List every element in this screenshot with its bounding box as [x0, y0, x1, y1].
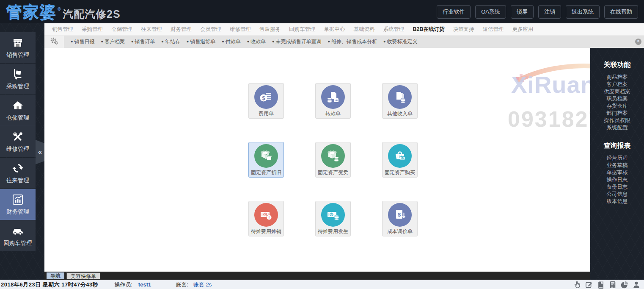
function-tile[interactable]: $费用单 [248, 83, 284, 119]
right-panel-link[interactable]: 部门档案 [590, 110, 644, 117]
function-tile-label: 费用单 [259, 110, 274, 117]
header-button-在线帮助[interactable]: 在线帮助 [604, 5, 638, 19]
function-tile-label: 其他收入单 [387, 110, 413, 117]
hand-pointer-icon[interactable] [573, 281, 581, 289]
right-panel-link[interactable]: 客户档案 [590, 81, 644, 88]
right-panel-link[interactable]: 业务草稿 [590, 162, 644, 169]
menu-item[interactable]: 会员管理 [196, 26, 226, 33]
shortcut-bar: ●销售日报●客户档案●销售订单●年结存●销售退货单●付款单●收款单●未完成销售订… [44, 36, 644, 48]
shortcut-item[interactable]: ●维修、销售成本分析 [328, 38, 377, 45]
shortcut-close-button[interactable]: × [635, 39, 641, 45]
header-button-锁屏[interactable]: 锁屏 [511, 5, 534, 19]
shortcut-item[interactable]: ●收费标准定义 [383, 38, 417, 45]
right-panel-link[interactable]: 存货仓库 [590, 103, 644, 110]
function-tile[interactable]: $!待摊费用摊销 [248, 201, 284, 236]
shortcut-item[interactable]: ●未完成销售订单查询 [272, 38, 321, 45]
person-icon[interactable] [632, 281, 641, 289]
sidebar-item[interactable]: 维修管理 [0, 126, 36, 157]
shortcut-item[interactable]: ●付款单 [222, 38, 240, 45]
menu-item[interactable]: 系统管理 [379, 26, 409, 33]
menu-item[interactable]: 基础资料 [350, 26, 379, 33]
operator-label: 操作员: [114, 281, 132, 289]
svg-text:$: $ [264, 213, 266, 216]
edit-icon[interactable] [585, 281, 593, 289]
right-panel-link[interactable]: 操作员权限 [590, 117, 644, 124]
header-button-OA系统[interactable]: OA系统 [475, 5, 506, 19]
watermark: XiRuan 09318271110 [508, 61, 590, 179]
right-panel-section-title: 查询报表 [590, 142, 644, 150]
function-tile[interactable]: $成本调价单 [382, 201, 418, 236]
menu-item[interactable]: 财务管理 [166, 26, 196, 33]
menu-item[interactable]: 单据中心 [320, 26, 350, 33]
shortcut-item[interactable]: ●销售日报 [71, 38, 94, 45]
header-button-注销[interactable]: 注销 [538, 5, 561, 19]
sidebar-module-list: 销售管理采购管理仓储管理维修管理往来管理财务管理回购车管理 [0, 32, 36, 251]
sidebar-item[interactable]: 回购车管理 [0, 220, 36, 251]
right-panel-link[interactable]: 操作日志 [590, 176, 644, 183]
function-tile[interactable]: 转款单 [315, 83, 351, 119]
sidebar-item-label: 维修管理 [6, 145, 29, 153]
sidebar-item[interactable]: 采购管理 [0, 64, 36, 94]
bottom-tab[interactable]: 导航 [47, 272, 64, 279]
function-tile-grid: $费用单转款单其他收入单固定资产折旧固定资产变卖$固定资产购买$!待摊费用摊销$… [248, 83, 418, 236]
menu-item[interactable]: 决策支持 [449, 26, 479, 33]
right-panel-link[interactable]: 备份日志 [590, 183, 644, 191]
function-tile[interactable]: 固定资产变卖 [315, 142, 351, 178]
right-panel-link[interactable]: 版本信息 [590, 198, 644, 205]
menu-item[interactable]: 短信管理 [479, 26, 508, 33]
menu-item[interactable]: 仓储管理 [107, 26, 137, 33]
watermark-number-text: 09318271110 [508, 106, 590, 132]
pie-chart-icon[interactable] [620, 281, 629, 289]
header-button-退出系统[interactable]: 退出系统 [566, 5, 600, 19]
header-button-行业软件[interactable]: 行业软件 [437, 5, 471, 19]
menu-item[interactable]: 维修管理 [226, 26, 255, 33]
bullet-icon: ● [328, 39, 330, 44]
menu-item[interactable]: 售后服务 [255, 26, 285, 33]
function-tile[interactable]: 固定资产折旧 [248, 142, 284, 178]
bullet-icon: ● [161, 39, 163, 44]
function-tile[interactable]: $固定资产购买 [382, 142, 418, 178]
book-icon[interactable] [597, 281, 605, 289]
calculator-icon[interactable] [608, 281, 617, 289]
header-actions: 行业软件OA系统锁屏注销退出系统在线帮助 [437, 5, 638, 19]
shortcut-item-label: 付款单 [226, 39, 241, 44]
function-tile[interactable]: $待摊费用发生 [315, 201, 351, 236]
sidebar-item[interactable]: 仓储管理 [0, 95, 36, 126]
open-box-icon [254, 144, 278, 168]
store-icon [11, 36, 24, 49]
menu-item[interactable]: 往来管理 [137, 26, 166, 33]
right-panel-link[interactable]: 系统配置 [590, 124, 644, 131]
menu-item[interactable]: 销售管理 [48, 26, 77, 33]
sidebar-item-label: 回购车管理 [3, 239, 32, 247]
menu-item[interactable]: 回购车管理 [285, 26, 320, 33]
shortcut-item[interactable]: ●客户档案 [101, 38, 124, 45]
logo-brand-text: 管家婆 [6, 4, 57, 20]
right-panel-link[interactable]: 公司信息 [590, 191, 644, 198]
right-panel-link[interactable]: 经营历程 [590, 155, 644, 162]
shortcut-item[interactable]: ●销售退货单 [187, 38, 215, 45]
svg-text:$: $ [402, 157, 403, 159]
function-tile[interactable]: 其他收入单 [382, 83, 418, 119]
shortcut-settings-button[interactable] [44, 36, 64, 48]
sidebar-item[interactable]: 财务管理 [0, 189, 36, 220]
sidebar-collapse-handle[interactable]: « [36, 140, 44, 164]
collapse-left-icon: « [38, 148, 42, 156]
right-panel-link[interactable]: 商品档案 [590, 74, 644, 81]
right-panel-link[interactable]: 单据审核 [590, 169, 644, 176]
right-panel-link[interactable]: 职员档案 [590, 95, 644, 103]
shortcut-item[interactable]: ●收款单 [247, 38, 266, 45]
right-panel-section-title: 关联功能 [590, 61, 644, 69]
sidebar-item[interactable]: 销售管理 [0, 32, 36, 63]
menu-item[interactable]: 采购管理 [77, 26, 107, 33]
bottom-tab[interactable]: 美容快修单 [66, 272, 100, 279]
sidebar-item[interactable]: 往来管理 [0, 158, 36, 189]
right-panel-link[interactable]: 供应商档案 [590, 88, 644, 95]
sync-arrows-icon [11, 162, 24, 175]
main-content: XiRuan 09318271110 $费用单转款单其他收入单固定资产折旧固定资… [44, 48, 590, 272]
shortcut-item-label: 客户档案 [105, 39, 125, 44]
shortcut-item[interactable]: ●年结存 [161, 38, 180, 45]
menu-item[interactable]: B2B在线订货 [409, 26, 449, 33]
shortcut-item[interactable]: ●销售订单 [131, 38, 155, 45]
top-menu-bar: 销售管理采购管理仓储管理往来管理财务管理会员管理维修管理售后服务回购车管理单据中… [44, 23, 644, 36]
menu-item[interactable]: 更多应用 [508, 26, 538, 33]
